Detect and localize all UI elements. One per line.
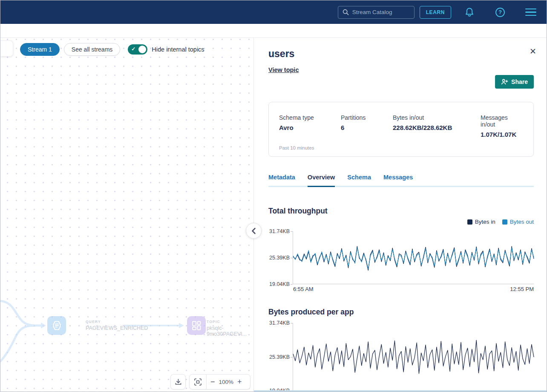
- svg-text:?: ?: [498, 9, 502, 15]
- bytes-produced-title: Bytes produced per app: [268, 308, 534, 317]
- fit-to-screen-icon: [194, 378, 202, 386]
- learn-button[interactable]: LEARN: [420, 6, 451, 19]
- lineage-canvas[interactable]: Stream 1 See all streams ✓ Hide internal…: [0, 38, 253, 392]
- topic-node-type-label: TOPIC: [207, 320, 253, 324]
- topic-icon: [191, 320, 202, 331]
- query-node-type-label: QUERY: [86, 320, 148, 324]
- panel-bottom-divider: [254, 390, 547, 392]
- total-throughput-chart: 31.74KB 25.39KB 19.04KB 6:55 AM 12:55 PM: [268, 231, 534, 292]
- topic-details-panel: ✕ users View topic Share: [253, 38, 547, 392]
- y-tick: 25.39KB: [269, 255, 290, 261]
- view-topic-link[interactable]: View topic: [268, 66, 299, 73]
- topic-node[interactable]: [187, 316, 206, 335]
- stat-bytes-in-out: Bytes in/out 228.62KB/228.62KB: [393, 114, 481, 138]
- x-tick-end: 12:55 PM: [510, 286, 534, 292]
- zoom-out-button[interactable]: −: [207, 378, 219, 386]
- zoom-in-button[interactable]: +: [233, 378, 246, 386]
- search-icon: [343, 9, 349, 15]
- tab-messages[interactable]: Messages: [383, 174, 413, 186]
- topic-stats-card: Schema type Avro Partitions 6 Bytes in/o…: [268, 102, 534, 157]
- close-panel-button[interactable]: ✕: [530, 47, 536, 55]
- x-tick-start: 6:55 AM: [293, 286, 314, 292]
- bytes-produced-plot-area: [293, 323, 534, 391]
- topic-node-name: pksqlc-9mo30PAGEVI...: [207, 325, 253, 337]
- tab-overview[interactable]: Overview: [308, 174, 335, 186]
- legend-bytes-out: Bytes out: [502, 219, 534, 225]
- y-tick: 25.39KB: [269, 354, 290, 360]
- lineage-edges: [0, 38, 253, 392]
- query-node[interactable]: [47, 316, 66, 335]
- query-node-name: PAGEVIEWS_ENRICHED: [86, 325, 148, 331]
- fit-to-screen-button[interactable]: [194, 378, 206, 386]
- share-button[interactable]: Share: [495, 75, 534, 89]
- download-graph-button[interactable]: [170, 374, 186, 389]
- menu-hamburger-icon[interactable]: [525, 9, 536, 16]
- stats-time-range: Past 10 minutes: [279, 145, 523, 150]
- page-title: users: [268, 48, 534, 60]
- zoom-level: 100%: [219, 379, 234, 385]
- help-icon[interactable]: ?: [495, 7, 506, 18]
- stat-schema-type: Schema type Avro: [279, 114, 341, 138]
- bytes-out-swatch: [502, 219, 507, 225]
- tab-schema[interactable]: Schema: [347, 174, 371, 186]
- y-tick: 31.74KB: [269, 228, 290, 234]
- panel-tabs: Metadata Overview Schema Messages: [268, 174, 534, 186]
- throughput-plot-area: [293, 231, 534, 284]
- query-icon: [51, 320, 62, 331]
- stream-catalog-search[interactable]: Stream Catalog: [338, 6, 415, 19]
- tab-metadata[interactable]: Metadata: [268, 174, 295, 186]
- share-label: Share: [511, 78, 528, 85]
- bytes-in-swatch: [467, 219, 472, 225]
- app-window: Stream Catalog LEARN ?: [0, 0, 547, 392]
- legend-bytes-in: Bytes in: [467, 219, 495, 225]
- bytes-produced-chart: 31.74KB 25.39KB 19.04KB 6:55 AM 12:55 PM: [268, 323, 534, 392]
- top-navbar: Stream Catalog LEARN ?: [0, 0, 547, 24]
- y-tick: 19.04KB: [269, 281, 290, 287]
- download-icon: [175, 378, 182, 386]
- share-user-icon: [501, 78, 508, 85]
- collapse-panel-button[interactable]: [246, 223, 262, 239]
- throughput-legend: Bytes in Bytes out: [268, 219, 534, 225]
- stat-messages-in-out: Messages in/out 1.07K/1.07K: [481, 114, 523, 138]
- chevron-left-icon: [251, 228, 256, 234]
- notifications-bell-icon[interactable]: [464, 7, 475, 18]
- subheader-strip: [0, 24, 547, 38]
- search-placeholder: Stream Catalog: [352, 9, 392, 15]
- total-throughput-title: Total throughput: [268, 207, 534, 216]
- y-tick: 31.74KB: [269, 320, 290, 326]
- stat-partitions: Partitions 6: [341, 114, 393, 138]
- lineage-graph: QUERY PAGEVIEWS_ENRICHED TOPIC pksqlc-9m…: [0, 38, 253, 392]
